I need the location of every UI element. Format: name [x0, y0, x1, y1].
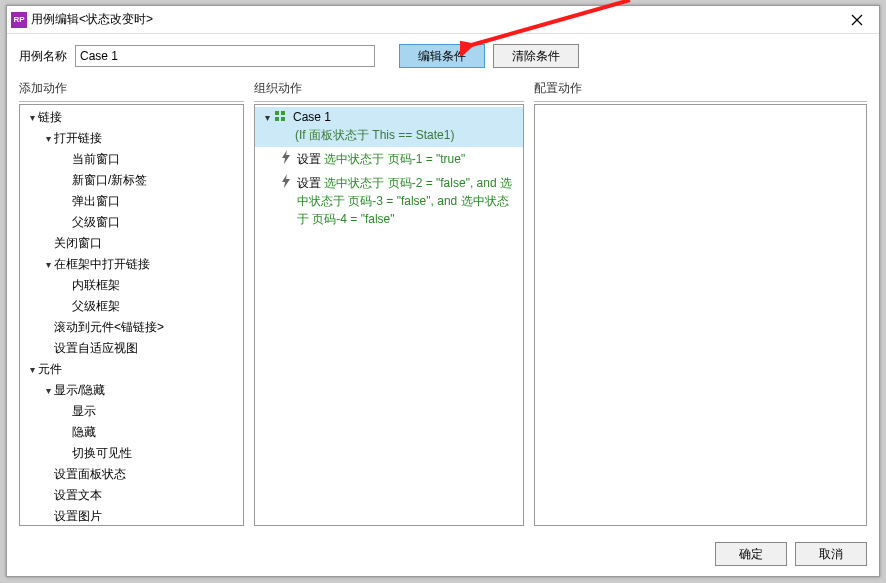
tree-item-label: 设置自适应视图 — [54, 340, 138, 357]
configure-action-header: 配置动作 — [534, 80, 867, 102]
tree-item[interactable]: 设置图片 — [20, 506, 243, 526]
tree-item[interactable]: 设置面板状态 — [20, 464, 243, 485]
chevron-down-icon[interactable]: ▾ — [261, 112, 273, 123]
case-row[interactable]: ▾ Case 1 — [255, 107, 523, 127]
tree-item[interactable]: 父级框架 — [20, 296, 243, 317]
tree-item-label: 设置图片 — [54, 508, 102, 525]
close-button[interactable] — [837, 7, 877, 33]
tree-item[interactable]: 父级窗口 — [20, 212, 243, 233]
tree-item-label: 父级窗口 — [72, 214, 120, 231]
window-title: 用例编辑<状态改变时> — [31, 11, 837, 28]
close-icon — [851, 14, 863, 26]
tree-item-label: 关闭窗口 — [54, 235, 102, 252]
tree-item[interactable]: 关闭窗口 — [20, 233, 243, 254]
clear-condition-button[interactable]: 清除条件 — [493, 44, 579, 68]
tree-item-label: 滚动到元件<锚链接> — [54, 319, 164, 336]
action-text: 设置 选中状态于 页码-2 = "false", and 选中状态于 页码-3 … — [297, 174, 517, 228]
tree-item[interactable]: ▾显示/隐藏 — [20, 380, 243, 401]
tree-item-label: 隐藏 — [72, 424, 96, 441]
tree-item[interactable]: ▾链接 — [20, 107, 243, 128]
tree-item-label: 设置面板状态 — [54, 466, 126, 483]
action-row[interactable]: 设置 选中状态于 页码-2 = "false", and 选中状态于 页码-3 … — [255, 171, 523, 231]
tree-item-label: 弹出窗口 — [72, 193, 120, 210]
case-condition[interactable]: (If 面板状态于 This == State1) — [255, 127, 523, 147]
add-action-section: 添加动作 ▾链接▾打开链接当前窗口新窗口/新标签弹出窗口父级窗口关闭窗口▾在框架… — [19, 80, 244, 526]
tree-item-label: 新窗口/新标签 — [72, 172, 147, 189]
tree-item-label: 当前窗口 — [72, 151, 120, 168]
tree-item-label: 切换可见性 — [72, 445, 132, 462]
action-row[interactable]: 设置 选中状态于 页码-1 = "true" — [255, 147, 523, 171]
svg-rect-2 — [275, 117, 279, 121]
case-name-text: Case 1 — [293, 110, 331, 124]
case-name-label: 用例名称 — [19, 48, 67, 65]
tree-item[interactable]: 隐藏 — [20, 422, 243, 443]
bolt-icon — [279, 150, 293, 164]
tree-item-label: 内联框架 — [72, 277, 120, 294]
chevron-down-icon[interactable]: ▾ — [42, 133, 54, 144]
case-icon — [275, 111, 289, 123]
tree-item-label: 父级框架 — [72, 298, 120, 315]
sections-row: 添加动作 ▾链接▾打开链接当前窗口新窗口/新标签弹出窗口父级窗口关闭窗口▾在框架… — [19, 80, 867, 526]
ok-button[interactable]: 确定 — [715, 542, 787, 566]
action-tree-pane[interactable]: ▾链接▾打开链接当前窗口新窗口/新标签弹出窗口父级窗口关闭窗口▾在框架中打开链接… — [19, 104, 244, 526]
dialog-footer: 确定 取消 — [7, 536, 879, 576]
tree-item[interactable]: 当前窗口 — [20, 149, 243, 170]
tree-item[interactable]: ▾在框架中打开链接 — [20, 254, 243, 275]
tree-item-label: 显示/隐藏 — [54, 382, 105, 399]
cancel-button[interactable]: 取消 — [795, 542, 867, 566]
organize-action-section: 组织动作 ▾ Case 1 (If 面板状态于 This == State1) … — [254, 80, 524, 526]
tree-item-label: 打开链接 — [54, 130, 102, 147]
app-icon: RP — [11, 12, 27, 28]
dialog-content: 用例名称 编辑条件 清除条件 添加动作 ▾链接▾打开链接当前窗口新窗口/新标签弹… — [7, 34, 879, 536]
tree-item[interactable]: ▾打开链接 — [20, 128, 243, 149]
svg-rect-1 — [281, 111, 285, 115]
tree-item[interactable]: 显示 — [20, 401, 243, 422]
tree-item[interactable]: ▾元件 — [20, 359, 243, 380]
action-text: 设置 选中状态于 页码-1 = "true" — [297, 150, 465, 168]
organize-pane[interactable]: ▾ Case 1 (If 面板状态于 This == State1) 设置 选中… — [254, 104, 524, 526]
tree-item-label: 设置文本 — [54, 487, 102, 504]
configure-action-section: 配置动作 — [534, 80, 867, 526]
tree-item[interactable]: 切换可见性 — [20, 443, 243, 464]
tree-item[interactable]: 弹出窗口 — [20, 191, 243, 212]
add-action-header: 添加动作 — [19, 80, 244, 102]
tree-item[interactable]: 内联框架 — [20, 275, 243, 296]
svg-rect-3 — [281, 117, 285, 121]
tree-item-label: 链接 — [38, 109, 62, 126]
chevron-down-icon[interactable]: ▾ — [26, 364, 38, 375]
tree-item-label: 在框架中打开链接 — [54, 256, 150, 273]
tree-item[interactable]: 设置文本 — [20, 485, 243, 506]
titlebar: RP 用例编辑<状态改变时> — [7, 6, 879, 34]
edit-condition-button[interactable]: 编辑条件 — [399, 44, 485, 68]
tree-item-label: 显示 — [72, 403, 96, 420]
tree-item[interactable]: 新窗口/新标签 — [20, 170, 243, 191]
chevron-down-icon[interactable]: ▾ — [42, 259, 54, 270]
chevron-down-icon[interactable]: ▾ — [42, 385, 54, 396]
svg-rect-0 — [275, 111, 279, 115]
case-editor-window: RP 用例编辑<状态改变时> 用例名称 编辑条件 清除条件 添加动作 ▾链接▾打… — [6, 5, 880, 577]
tree-item-label: 元件 — [38, 361, 62, 378]
tree-item[interactable]: 滚动到元件<锚链接> — [20, 317, 243, 338]
case-name-row: 用例名称 编辑条件 清除条件 — [19, 44, 867, 68]
organize-action-header: 组织动作 — [254, 80, 524, 102]
case-name-input[interactable] — [75, 45, 375, 67]
configure-pane[interactable] — [534, 104, 867, 526]
bolt-icon — [279, 174, 293, 188]
tree-item[interactable]: 设置自适应视图 — [20, 338, 243, 359]
chevron-down-icon[interactable]: ▾ — [26, 112, 38, 123]
